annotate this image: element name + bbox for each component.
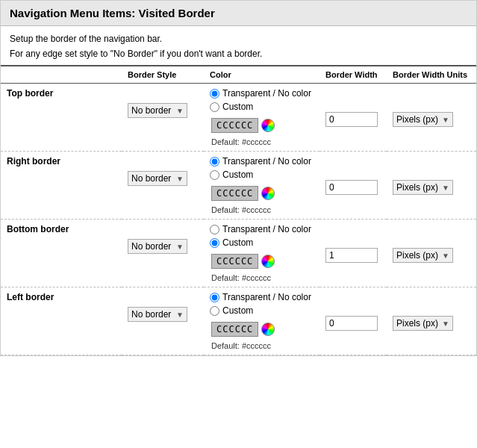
pixels-select-wrapper-0[interactable]: Pixels (px) em % ▼ (393, 112, 453, 127)
color-swatch-row-2: CCCCCC (211, 254, 314, 269)
border-style-arrow-1: ▼ (176, 175, 184, 183)
pixels-select-arrow-2: ▼ (442, 252, 449, 260)
color-swatch-2[interactable]: CCCCCC (211, 254, 258, 269)
table-row: Right border No border Solid Dashed Dott… (1, 152, 476, 220)
color-cell-0: Transparent / No color Custom CCCCCC Def… (204, 84, 319, 152)
color-cell-2: Transparent / No color Custom CCCCCC Def… (204, 220, 319, 287)
radio-transparent-label-3: Transparent / No color (222, 292, 311, 302)
main-table: Border Style Color Border Width Border W… (1, 65, 476, 355)
border-style-select-wrapper-3[interactable]: No border Solid Dashed Dotted ▼ (128, 307, 187, 322)
pixels-select-3[interactable]: Pixels (px) em % (396, 318, 439, 329)
page-title: Navigation Menu Items: Visited Border (1, 1, 476, 26)
border-width-input-2[interactable] (325, 248, 378, 263)
color-swatch-0[interactable]: CCCCCC (211, 118, 258, 133)
radio-custom-3[interactable] (210, 306, 219, 316)
border-width-input-1[interactable] (325, 180, 378, 195)
table-row: Left border No border Solid Dashed Dotte… (1, 287, 476, 355)
section-label-3: Left border (1, 287, 122, 355)
radio-transparent-label-2: Transparent / No color (222, 224, 311, 234)
color-swatch-3[interactable]: CCCCCC (211, 322, 258, 337)
border-style-select-2[interactable]: No border Solid Dashed Dotted (131, 241, 173, 252)
color-cell-3: Transparent / No color Custom CCCCCC Def… (204, 287, 319, 355)
color-swatch-row-3: CCCCCC (211, 322, 314, 337)
default-color-text-3: Default: #cccccc (211, 341, 314, 350)
border-width-input-0[interactable] (325, 112, 378, 127)
border-width-units-cell-0: Pixels (px) em % ▼ (387, 84, 476, 152)
radio-transparent-1[interactable] (210, 157, 219, 167)
radio-custom-row-0: Custom (210, 102, 314, 112)
border-style-select-3[interactable]: No border Solid Dashed Dotted (131, 309, 173, 320)
radio-transparent-row-1: Transparent / No color (210, 156, 314, 167)
pixels-select-wrapper-1[interactable]: Pixels (px) em % ▼ (393, 180, 453, 195)
border-width-units-cell-2: Pixels (px) em % ▼ (387, 220, 476, 287)
description-line1: Setup the border of the navigation bar. (10, 32, 467, 46)
border-width-cell-0 (319, 84, 387, 152)
border-width-input-3[interactable] (325, 316, 378, 331)
description-line2: For any edge set style to "No Border" if… (10, 47, 467, 60)
radio-custom-row-2: Custom (210, 237, 314, 248)
radio-custom-0[interactable] (210, 102, 219, 112)
border-style-select-wrapper-1[interactable]: No border Solid Dashed Dotted ▼ (128, 171, 187, 186)
border-width-units-cell-3: Pixels (px) em % ▼ (387, 287, 476, 355)
color-cell-1: Transparent / No color Custom CCCCCC Def… (204, 152, 319, 220)
border-style-cell-3: No border Solid Dashed Dotted ▼ (122, 287, 204, 355)
radio-transparent-row-0: Transparent / No color (210, 88, 314, 99)
color-wheel-2[interactable] (261, 255, 275, 268)
color-wheel-0[interactable] (261, 119, 275, 132)
col-header-empty (1, 66, 122, 84)
border-style-cell-0: No border Solid Dashed Dotted ▼ (122, 84, 204, 152)
border-style-arrow-3: ▼ (176, 311, 184, 319)
radio-transparent-3[interactable] (210, 293, 219, 302)
pixels-select-arrow-3: ▼ (442, 320, 449, 328)
pixels-select-2[interactable]: Pixels (px) em % (396, 250, 439, 261)
pixels-select-arrow-0: ▼ (442, 116, 449, 124)
border-style-select-wrapper-0[interactable]: No border Solid Dashed Dotted ▼ (128, 103, 187, 118)
border-width-cell-1 (319, 152, 387, 220)
radio-group-0: Transparent / No color Custom CCCCCC Def… (210, 88, 314, 146)
border-width-cell-2 (319, 220, 387, 287)
pixels-select-1[interactable]: Pixels (px) em % (396, 182, 439, 193)
border-width-cell-3 (319, 287, 387, 355)
radio-custom-label-1: Custom (222, 169, 253, 180)
border-style-cell-1: No border Solid Dashed Dotted ▼ (122, 152, 204, 220)
radio-custom-row-3: Custom (210, 305, 314, 316)
default-color-text-1: Default: #cccccc (211, 205, 314, 214)
border-style-select-wrapper-2[interactable]: No border Solid Dashed Dotted ▼ (128, 239, 187, 254)
pixels-select-0[interactable]: Pixels (px) em % (396, 114, 439, 125)
page-description: Setup the border of the navigation bar. … (1, 26, 476, 65)
col-header-border-style: Border Style (122, 66, 204, 84)
radio-transparent-2[interactable] (210, 225, 219, 234)
radio-transparent-0[interactable] (210, 89, 219, 99)
color-swatch-row-1: CCCCCC (211, 186, 314, 201)
default-color-text-0: Default: #cccccc (211, 137, 314, 146)
table-row: Top border No border Solid Dashed Dotted… (1, 84, 476, 152)
border-style-arrow-0: ▼ (176, 107, 184, 115)
color-wheel-1[interactable] (261, 187, 275, 200)
pixels-select-arrow-1: ▼ (442, 184, 449, 192)
color-swatch-1[interactable]: CCCCCC (211, 186, 258, 201)
radio-transparent-row-2: Transparent / No color (210, 224, 314, 234)
default-color-text-2: Default: #cccccc (211, 273, 314, 282)
border-width-units-cell-1: Pixels (px) em % ▼ (387, 152, 476, 220)
table-row: Bottom border No border Solid Dashed Dot… (1, 220, 476, 287)
section-label-0: Top border (1, 84, 122, 152)
radio-transparent-label-0: Transparent / No color (222, 88, 311, 99)
page-container: Navigation Menu Items: Visited Border Se… (0, 0, 477, 356)
radio-group-3: Transparent / No color Custom CCCCCC Def… (210, 292, 314, 350)
border-style-select-1[interactable]: No border Solid Dashed Dotted (131, 173, 173, 184)
pixels-select-wrapper-2[interactable]: Pixels (px) em % ▼ (393, 248, 453, 263)
pixels-select-wrapper-3[interactable]: Pixels (px) em % ▼ (393, 316, 453, 331)
radio-custom-row-1: Custom (210, 169, 314, 180)
border-style-select-0[interactable]: No border Solid Dashed Dotted (131, 105, 173, 116)
radio-group-1: Transparent / No color Custom CCCCCC Def… (210, 156, 314, 214)
radio-custom-2[interactable] (210, 238, 219, 248)
radio-group-2: Transparent / No color Custom CCCCCC Def… (210, 224, 314, 282)
border-style-cell-2: No border Solid Dashed Dotted ▼ (122, 220, 204, 287)
radio-custom-label-2: Custom (222, 237, 253, 248)
color-wheel-3[interactable] (261, 323, 275, 336)
radio-custom-1[interactable] (210, 170, 219, 180)
col-header-border-width-units: Border Width Units (387, 66, 476, 84)
radio-transparent-label-1: Transparent / No color (222, 156, 311, 167)
section-label-2: Bottom border (1, 220, 122, 287)
section-label-1: Right border (1, 152, 122, 220)
